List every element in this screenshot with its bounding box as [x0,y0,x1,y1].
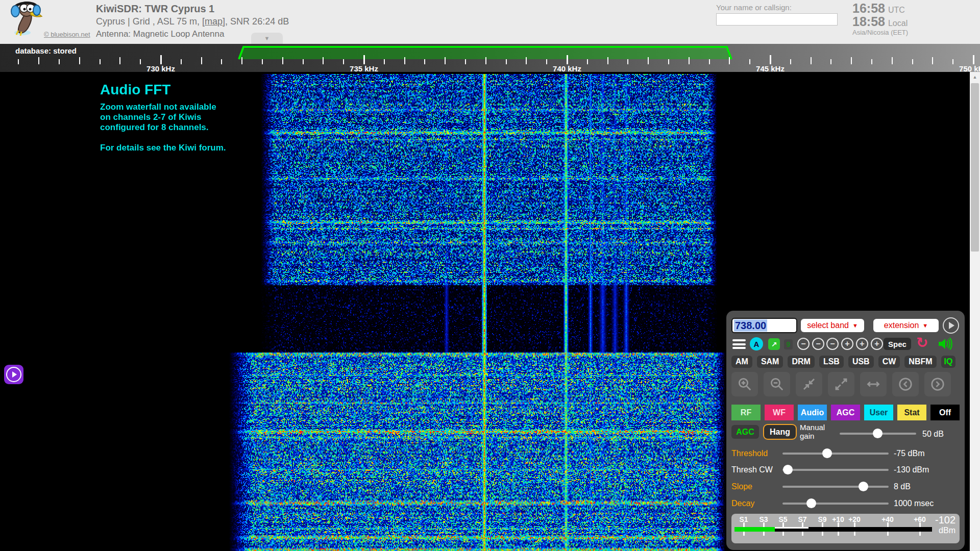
menu-icon[interactable] [732,339,746,349]
tab-agc[interactable]: AGC [831,405,860,420]
vertical-scrollbar[interactable]: ▲ [970,72,980,551]
mode-iq[interactable]: IQ [941,356,956,368]
slider-thumb[interactable] [822,448,832,458]
scale-tick [912,59,913,64]
local-clock: 18:58Local [852,14,908,29]
scale-tick [587,59,588,64]
scale-tick [201,57,202,64]
play-icon [6,367,21,382]
zoom-out-max-button[interactable]: − [797,338,810,350]
scale-tick [140,59,141,64]
kiwisdr-app: KiwiSDR: TWR Cyprus 1 Cyprus | Grid , AS… [0,0,980,551]
zoom-out-button[interactable]: − [812,338,824,350]
scale-tick [79,57,80,64]
slider-thumb[interactable] [806,498,816,508]
zoom-in-band-button[interactable]: + [841,338,853,350]
scale-tick [811,57,812,64]
scale-tick [729,57,730,64]
scale-tick [892,57,893,64]
s-meter-dbm-unit: dBm [939,526,955,535]
scale-tick [343,59,344,64]
mode-cw[interactable]: CW [878,356,900,368]
zoom-expand-icon[interactable] [828,372,854,396]
speaker-icon[interactable] [938,337,953,350]
s-meter-label: S9 [818,515,826,523]
zoom-in-max-button[interactable]: + [871,338,883,350]
tab-rf[interactable]: RF [731,405,761,420]
station-location: Cyprus | Grid , ASL 75 m, [map], SNR 26:… [96,16,289,27]
scale-tick [952,59,953,64]
s-meter-label: +40 [881,515,894,523]
scale-tick [445,57,446,64]
slider-thumb[interactable] [873,429,883,438]
tab-user[interactable]: User [864,405,893,420]
decay-slider[interactable] [782,498,889,509]
threshold-slider[interactable] [782,448,889,459]
mode-sam[interactable]: SAM [757,356,783,368]
callsign-input[interactable] [716,13,838,26]
scale-tick [526,57,527,64]
scale-tick [323,57,324,64]
tab-audio[interactable]: Audio [798,405,827,420]
mode-usb[interactable]: USB [848,356,874,368]
threshold-label: Threshold [731,449,768,458]
scale-tick [851,57,852,64]
magnifier-plus-icon[interactable] [731,372,758,396]
slope-value: 8 dB [894,482,911,491]
magnifier-minus-icon[interactable] [764,372,790,396]
callsign-label: Your name or callsign: [716,3,792,12]
scale-tick [871,59,872,64]
manual-gain-slider[interactable] [840,429,916,439]
agc-toggle-button[interactable]: AGC [731,425,759,439]
scale-tick [709,59,710,64]
sidebar-play-button[interactable] [4,365,23,384]
scale-tick [546,59,547,64]
zoom-out-band-button[interactable]: − [826,338,839,350]
scale-tick [100,59,101,64]
step-down-icon[interactable] [892,372,919,396]
step-up-icon[interactable] [924,372,951,396]
zoom-in-button[interactable]: + [856,338,868,350]
extension-select-dropdown[interactable]: extension▼ [873,319,939,332]
scale-tick [973,55,974,64]
slope-slider[interactable] [782,482,889,492]
tab-wf[interactable]: WF [765,405,794,420]
scroll-up-arrow-icon[interactable]: ▲ [970,72,980,82]
threshold-value: -75 dBm [894,449,924,458]
slider-thumb[interactable] [783,465,793,474]
scrollbar-thumb[interactable] [971,83,979,252]
thresh-cw-slider[interactable] [782,465,889,475]
zoom-to-band-icon[interactable] [796,372,822,396]
mode-drm[interactable]: DRM [788,356,814,368]
waterfall-notice: Audio FFT Zoom waterfall not available o… [100,82,226,153]
chevron-down-icon: ▼ [922,322,928,329]
link-share-icon[interactable]: ↗ [768,338,780,350]
tab-off[interactable]: Off [930,405,960,420]
antenna-info: Antenna: Magnetic Loop Antenna [96,29,224,39]
copyright-link[interactable]: © bluebison.net [44,31,90,38]
scale-expand-tab[interactable]: ▼ [251,33,283,44]
spectrum-toggle-button[interactable]: Spec [884,338,911,350]
thresh-cw-value: -130 dBm [894,465,929,474]
slider-thumb[interactable] [859,482,868,491]
map-link[interactable]: map [205,16,223,27]
scale-tick [38,57,39,64]
mode-nbfm[interactable]: NBFM [904,356,936,368]
tab-stat[interactable]: Stat [897,405,926,420]
timezone-label: Asia/Nicosia (EET) [852,29,908,36]
s-meter-label: S7 [798,515,806,523]
passband-width-icon[interactable] [860,372,887,396]
refresh-icon[interactable]: ↻ [916,334,928,351]
aperture-auto-button[interactable]: A [750,337,763,350]
hang-toggle-button[interactable]: Hang [763,424,797,440]
panel-play-button[interactable] [943,317,959,334]
frequency-input[interactable]: 738.00 [731,318,797,333]
mode-lsb[interactable]: LSB [819,356,844,368]
manual-gain-value: 50 dB [922,430,944,439]
waterfall-notice-title: Audio FFT [100,82,226,98]
frequency-scale[interactable]: database: stored 730 kHz 735 kHz 740 kHz… [0,44,980,72]
header: KiwiSDR: TWR Cyprus 1 Cyprus | Grid , AS… [0,0,980,44]
mode-am[interactable]: AM [731,356,752,368]
band-select-dropdown[interactable]: select band▼ [801,319,864,332]
scale-tick [160,55,162,64]
